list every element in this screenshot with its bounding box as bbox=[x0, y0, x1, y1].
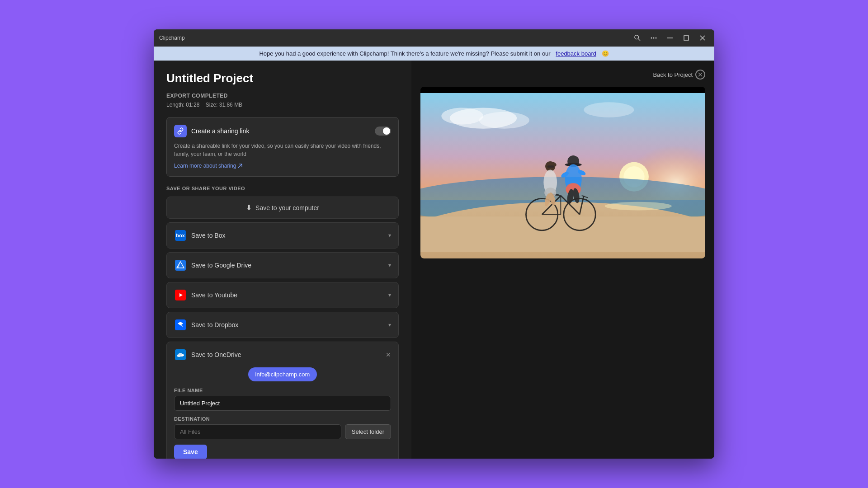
filename-input[interactable] bbox=[174, 396, 391, 411]
sharing-card-title: Create a sharing link bbox=[191, 127, 249, 135]
notification-text: Hope you had a good experience with Clip… bbox=[259, 50, 550, 57]
save-drive-left: Save to Google Drive bbox=[174, 259, 251, 272]
onedrive-header-left: Save to OneDrive bbox=[174, 348, 241, 361]
save-button[interactable]: Save bbox=[174, 445, 207, 459]
svg-point-61 bbox=[479, 112, 529, 129]
export-meta: Length: 01:28 Size: 31.86 MB bbox=[166, 102, 399, 108]
onedrive-header[interactable]: Save to OneDrive ✕ bbox=[167, 342, 398, 367]
app-window: Clipchamp Hope you had a good experience… bbox=[154, 29, 714, 459]
right-panel: Back to Project bbox=[411, 61, 714, 459]
save-yt-label: Save to Youtube bbox=[191, 291, 237, 299]
save-drive-label: Save to Google Drive bbox=[191, 262, 251, 269]
dropbox-icon bbox=[174, 319, 187, 331]
minimize-button[interactable] bbox=[664, 32, 676, 44]
save-onedrive-option: Save to OneDrive ✕ info@clipchamp.com FI… bbox=[166, 342, 399, 459]
svg-rect-6 bbox=[684, 36, 689, 40]
youtube-icon bbox=[174, 289, 187, 301]
onedrive-icon bbox=[174, 348, 187, 361]
svg-text:box: box bbox=[176, 233, 185, 238]
close-button[interactable] bbox=[696, 32, 709, 44]
svg-point-4 bbox=[656, 38, 657, 39]
app-title: Clipchamp bbox=[159, 35, 185, 41]
destination-row: Select folder bbox=[174, 424, 391, 439]
main-content: Untitled Project EXPORT COMPLETED Length… bbox=[154, 61, 714, 459]
left-panel: Untitled Project EXPORT COMPLETED Length… bbox=[154, 61, 411, 459]
box-icon: box bbox=[174, 229, 187, 242]
back-to-project-button[interactable]: Back to Project bbox=[653, 70, 705, 80]
svg-rect-32 bbox=[420, 216, 705, 252]
export-status: EXPORT COMPLETED bbox=[166, 93, 399, 99]
titlebar-controls bbox=[631, 32, 709, 44]
svg-point-2 bbox=[651, 38, 652, 39]
maximize-button[interactable] bbox=[680, 32, 693, 44]
sharing-toggle[interactable] bbox=[375, 127, 391, 136]
box-chevron-icon: ▾ bbox=[388, 232, 391, 239]
export-size: Size: 31.86 MB bbox=[206, 102, 242, 108]
feedback-link[interactable]: feedback board bbox=[556, 50, 596, 57]
sharing-link-icon bbox=[174, 125, 187, 137]
yt-chevron-icon: ▾ bbox=[388, 292, 391, 298]
learn-more-link[interactable]: Learn more about sharing bbox=[174, 163, 391, 169]
sharing-card-header: Create a sharing link bbox=[174, 125, 391, 137]
svg-point-0 bbox=[635, 35, 639, 39]
back-close-icon bbox=[695, 70, 705, 80]
save-googledrive-option[interactable]: Save to Google Drive ▾ bbox=[166, 252, 399, 278]
save-section-label: SAVE OR SHARE YOUR VIDEO bbox=[166, 186, 399, 191]
svg-line-1 bbox=[638, 39, 640, 41]
save-computer-label: Save to your computer bbox=[255, 204, 319, 211]
video-preview bbox=[420, 87, 705, 258]
destination-label: DESTINATION bbox=[174, 416, 391, 422]
svg-point-3 bbox=[653, 38, 655, 39]
googledrive-icon bbox=[174, 259, 187, 272]
search-button[interactable] bbox=[631, 32, 644, 44]
export-length: Length: 01:28 bbox=[166, 102, 199, 108]
back-to-project-label: Back to Project bbox=[653, 71, 693, 78]
account-email-button[interactable]: info@clipchamp.com bbox=[248, 367, 317, 381]
download-icon: ⬇ bbox=[246, 203, 252, 212]
more-button[interactable] bbox=[647, 32, 660, 44]
sharing-card: Create a sharing link Create a shareable… bbox=[166, 117, 399, 177]
svg-point-22 bbox=[179, 353, 182, 356]
sharing-title-row: Create a sharing link bbox=[174, 125, 249, 137]
save-youtube-option[interactable]: Save to Youtube ▾ bbox=[166, 282, 399, 308]
svg-point-60 bbox=[441, 108, 483, 124]
toggle-knob bbox=[383, 127, 390, 135]
titlebar-left: Clipchamp bbox=[159, 35, 185, 41]
svg-rect-54 bbox=[547, 165, 554, 168]
filename-label: FILE NAME bbox=[174, 388, 391, 393]
destination-input[interactable] bbox=[174, 424, 341, 439]
svg-point-62 bbox=[584, 102, 634, 117]
svg-point-33 bbox=[605, 202, 672, 211]
notification-emoji: 😊 bbox=[602, 50, 609, 57]
drive-chevron-icon: ▾ bbox=[388, 262, 391, 268]
onedrive-body: info@clipchamp.com FILE NAME DESTINATION… bbox=[167, 367, 398, 459]
save-dropbox-option[interactable]: Save to Dropbox ▾ bbox=[166, 312, 399, 338]
dropbox-chevron-icon: ▾ bbox=[388, 322, 391, 328]
sharing-description: Create a shareable link for your video, … bbox=[174, 142, 391, 158]
save-dropbox-label: Save to Dropbox bbox=[191, 321, 238, 328]
save-computer-option[interactable]: ⬇ Save to your computer bbox=[166, 197, 399, 219]
save-yt-left: Save to Youtube bbox=[174, 289, 237, 301]
select-folder-button[interactable]: Select folder bbox=[345, 424, 391, 439]
save-box-option[interactable]: box Save to Box ▾ bbox=[166, 222, 399, 249]
titlebar: Clipchamp bbox=[154, 29, 714, 47]
onedrive-close-icon[interactable]: ✕ bbox=[386, 351, 391, 358]
save-box-left: box Save to Box bbox=[174, 229, 226, 242]
onedrive-label: Save to OneDrive bbox=[191, 351, 241, 358]
project-title: Untitled Project bbox=[166, 71, 399, 85]
save-box-label: Save to Box bbox=[191, 232, 226, 239]
save-dropbox-left: Save to Dropbox bbox=[174, 319, 238, 331]
notification-bar: Hope you had a good experience with Clip… bbox=[154, 47, 714, 61]
video-scene-svg bbox=[420, 87, 705, 258]
